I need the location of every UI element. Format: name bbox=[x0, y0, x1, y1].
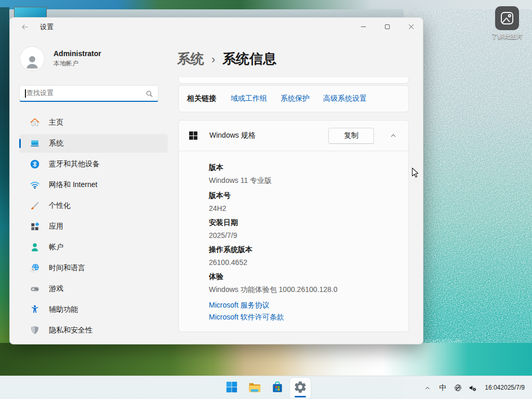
partially-scrolled-card bbox=[178, 77, 409, 84]
desktop-icon-label: 了解此图片 bbox=[487, 32, 527, 41]
spec-field: 版本号 24H2 bbox=[209, 191, 398, 212]
back-button[interactable] bbox=[18, 20, 32, 34]
microsoft-terms-link[interactable]: Microsoft 服务协议 bbox=[209, 301, 398, 310]
sidebar-item-label: 应用 bbox=[49, 222, 63, 231]
settings-window: 设置 Administrator 本地帐户 bbox=[9, 17, 423, 344]
explorer-icon bbox=[248, 380, 261, 396]
home-icon bbox=[30, 117, 40, 128]
windows-spec-header[interactable]: Windows 规格 复制 bbox=[179, 121, 408, 151]
breadcrumb-parent[interactable]: 系统 bbox=[177, 50, 204, 68]
related-link[interactable]: 域或工作组 bbox=[231, 94, 267, 103]
accounts-icon bbox=[30, 242, 40, 252]
sidebar-item-label: 隐私和安全性 bbox=[49, 326, 92, 335]
user-account[interactable]: Administrator 本地帐户 bbox=[20, 47, 168, 71]
breadcrumb: 系统 › 系统信息 bbox=[177, 50, 409, 68]
sidebar-item-label: 主页 bbox=[49, 118, 63, 127]
sidebar-item-accounts[interactable]: 帐户 bbox=[19, 238, 168, 257]
sidebar-item-privacy[interactable]: 隐私和安全性 bbox=[19, 321, 168, 340]
accessibility-icon bbox=[30, 304, 40, 315]
bluetooth-icon bbox=[30, 159, 40, 169]
chevron-up-icon[interactable] bbox=[385, 128, 401, 143]
minimize-button[interactable] bbox=[351, 18, 375, 36]
clock-date: 2025/7/9 bbox=[500, 384, 525, 392]
breadcrumb-separator-icon: › bbox=[211, 53, 215, 66]
store-icon bbox=[271, 380, 284, 396]
taskbar-app-group bbox=[221, 376, 311, 399]
page-title: 系统信息 bbox=[222, 50, 276, 68]
spec-field: 版本 Windows 11 专业版 bbox=[209, 163, 398, 185]
sidebar-item-accessibility[interactable]: 辅助功能 bbox=[19, 300, 168, 319]
sidebar-item-label: 个性化 bbox=[49, 201, 71, 210]
copy-button[interactable]: 复制 bbox=[328, 128, 374, 144]
tray-overflow-chevron-icon[interactable] bbox=[420, 378, 435, 398]
spec-field-label: 体验 bbox=[209, 272, 398, 282]
sidebar-item-label: 时间和语言 bbox=[49, 263, 85, 273]
text-caret bbox=[25, 89, 26, 98]
sidebar-item-system[interactable]: 系统 bbox=[19, 134, 168, 153]
spec-field-label: 版本号 bbox=[209, 191, 398, 201]
taskbar-app-store[interactable] bbox=[267, 378, 288, 398]
volume-muted-icon[interactable] bbox=[465, 378, 480, 398]
main-content: 系统 › 系统信息 相关链接 域或工作组 系统保护 高级系统设置 bbox=[177, 36, 423, 344]
start-icon bbox=[225, 380, 238, 396]
window-title: 设置 bbox=[40, 22, 54, 32]
search-input[interactable] bbox=[20, 86, 158, 101]
windows-spec-card: Windows 规格 复制 版本 Windows 11 专业版 bbox=[178, 120, 409, 332]
network-offline-icon[interactable] bbox=[450, 378, 465, 398]
windows-spec-title: Windows 规格 bbox=[209, 131, 328, 140]
microsoft-terms-link[interactable]: Microsoft 软件许可条款 bbox=[209, 313, 398, 322]
sidebar-item-home[interactable]: 主页 bbox=[19, 113, 168, 132]
clock[interactable]: 16:04 2025/7/9 bbox=[480, 378, 529, 398]
network-icon bbox=[30, 180, 40, 190]
settings-search-box[interactable] bbox=[19, 85, 158, 102]
system-tray: 中 16:04 2025/7/9 bbox=[420, 376, 529, 399]
privacy-icon bbox=[30, 325, 40, 336]
related-links-card: 相关链接 域或工作组 系统保护 高级系统设置 bbox=[178, 85, 409, 112]
titlebar[interactable]: 设置 bbox=[10, 18, 423, 36]
spec-field-value: 2025/7/9 bbox=[209, 231, 398, 240]
taskbar-app-explorer[interactable] bbox=[244, 378, 265, 398]
sidebar-item-label: 蓝牙和其他设备 bbox=[49, 159, 100, 169]
ime-indicator[interactable]: 中 bbox=[435, 378, 450, 398]
desktop-icon-learn-picture[interactable]: 了解此图片 bbox=[487, 6, 527, 41]
system-icon bbox=[30, 138, 40, 149]
time-language-icon bbox=[30, 263, 40, 273]
spec-field-label: 安装日期 bbox=[209, 218, 398, 228]
related-link[interactable]: 系统保护 bbox=[281, 94, 310, 103]
windows-logo-icon bbox=[188, 130, 198, 141]
sidebar-item-label: 辅助功能 bbox=[49, 305, 78, 314]
sidebar-item-bluetooth[interactable]: 蓝牙和其他设备 bbox=[19, 155, 168, 174]
spec-field-label: 版本 bbox=[209, 163, 398, 172]
maximize-button[interactable] bbox=[375, 18, 399, 36]
taskbar-app-settings-gear[interactable] bbox=[290, 378, 311, 398]
user-name: Administrator bbox=[54, 49, 101, 58]
spec-field-value: Windows 11 专业版 bbox=[209, 176, 398, 185]
apps-icon bbox=[30, 221, 40, 232]
picture-icon bbox=[495, 6, 519, 30]
sidebar: Administrator 本地帐户 主页 bbox=[10, 36, 177, 344]
spec-field: 体验 Windows 功能体验包 1000.26100.128.0 bbox=[209, 272, 398, 295]
taskbar-app-start[interactable] bbox=[221, 378, 242, 398]
spec-field-value: Windows 功能体验包 1000.26100.128.0 bbox=[209, 285, 398, 295]
search-icon bbox=[145, 90, 153, 98]
spec-field-label: 操作系统版本 bbox=[209, 245, 398, 255]
sidebar-item-network[interactable]: 网络和 Internet bbox=[19, 176, 168, 194]
spec-field-value: 24H2 bbox=[209, 204, 398, 212]
related-link[interactable]: 高级系统设置 bbox=[323, 94, 367, 103]
gaming-icon bbox=[30, 284, 40, 294]
sidebar-item-label: 游戏 bbox=[49, 284, 63, 294]
sidebar-item-time-language[interactable]: 时间和语言 bbox=[19, 259, 168, 277]
sidebar-item-personalization[interactable]: 个性化 bbox=[19, 196, 168, 215]
sidebar-item-label: 帐户 bbox=[49, 243, 63, 252]
sidebar-item-apps[interactable]: 应用 bbox=[19, 217, 168, 236]
avatar bbox=[20, 47, 44, 71]
wallpaper-left-strip bbox=[0, 7, 9, 376]
clock-time: 16:04 bbox=[485, 384, 500, 392]
settings-gear-icon bbox=[294, 380, 307, 396]
spec-field-value: 26100.4652 bbox=[209, 258, 398, 267]
close-button[interactable] bbox=[399, 18, 423, 36]
related-links-title: 相关链接 bbox=[187, 94, 216, 103]
sidebar-item-label: 网络和 Internet bbox=[49, 180, 97, 190]
taskbar: 中 16:04 2025/7/9 bbox=[0, 376, 532, 399]
sidebar-item-gaming[interactable]: 游戏 bbox=[19, 280, 168, 298]
